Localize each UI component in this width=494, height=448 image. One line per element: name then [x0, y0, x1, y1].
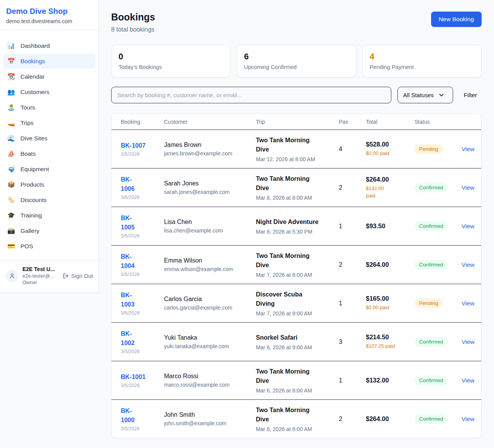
- total-cell: $214.50 $107.25 paid: [366, 333, 414, 350]
- nav-item-label: Dashboard: [20, 42, 50, 49]
- sign-out-label: Sign Out: [71, 273, 93, 279]
- status-badge: Confirmed: [414, 183, 448, 192]
- nav-item-label: Products: [20, 181, 44, 188]
- view-link[interactable]: View: [462, 184, 474, 191]
- trip-cell: Night Dive Adventure Mar 8, 2026 at 5:30…: [256, 217, 339, 235]
- pax-count: 2: [339, 416, 366, 423]
- booking-cell: BK- 1000 3/5/2026: [121, 406, 164, 431]
- sidebar-item[interactable]: 🎓 Training: [3, 208, 95, 223]
- view-link[interactable]: View: [462, 146, 474, 152]
- sidebar-item[interactable]: ⛵ Boats: [3, 146, 95, 161]
- booking-cell: BK- 1002 3/5/2026: [121, 329, 164, 354]
- column-header-customer: Customer: [164, 119, 256, 125]
- sidebar-item[interactable]: 📅 Bookings: [3, 54, 95, 69]
- sidebar-item[interactable]: 📊 Dashboard: [3, 38, 95, 53]
- status-filter-select[interactable]: All Statuses: [398, 87, 453, 103]
- customer-cell: Yuki Tanaka yuki.tanaka@example.com: [164, 334, 256, 349]
- sign-out-button[interactable]: Sign Out: [63, 273, 93, 279]
- booking-id-link[interactable]: BK- 1002: [121, 329, 164, 348]
- paid-amount: $0.00 paid: [366, 304, 414, 312]
- total-cell: $264.00: [366, 415, 414, 423]
- trip-name: Two Tank Morning Dive: [256, 174, 339, 193]
- customer-name: Emma Wilson: [164, 257, 256, 264]
- booking-id-link[interactable]: BK-1001: [121, 372, 164, 382]
- app-shell: Demo Dive Shop demo.test.divestreams.com…: [0, 0, 494, 448]
- view-link[interactable]: View: [462, 300, 474, 307]
- status-badge: Confirmed: [414, 376, 448, 385]
- trip-cell: Two Tank Morning Dive Mar 6, 2026 at 8:0…: [256, 406, 339, 432]
- sidebar-item[interactable]: 🚤 Trips: [3, 115, 95, 130]
- status-cell: Confirmed: [414, 337, 462, 347]
- booking-id-link[interactable]: BK- 1005: [121, 214, 164, 232]
- sidebar-item[interactable]: 📸 Gallery: [3, 223, 95, 238]
- total-amount: $214.50: [366, 333, 414, 341]
- paid-amount: $132.00 paid: [366, 185, 414, 200]
- customer-name: Yuki Tanaka: [164, 334, 256, 341]
- booking-date: 3/5/2026: [121, 272, 164, 277]
- user-section: E2E Test U... e2e-tester@... Owner Sign …: [0, 260, 98, 292]
- pax-count: 2: [339, 261, 366, 268]
- user-info: E2E Test U... e2e-tester@... Owner: [22, 266, 59, 286]
- sidebar-item[interactable]: 🌊 Dive Sites: [3, 131, 95, 146]
- booking-id-link[interactable]: BK-1007: [121, 141, 164, 150]
- view-link[interactable]: View: [462, 416, 474, 422]
- customer-email: lisa.chen@example.com: [164, 227, 256, 234]
- new-booking-button[interactable]: New Booking: [431, 12, 482, 27]
- status-cell: Confirmed: [414, 414, 462, 424]
- table-row: BK- 1004 3/5/2026 Emma Wilson emma.wilso…: [112, 245, 481, 284]
- total-amount: $165.00: [366, 295, 414, 302]
- booking-id-link[interactable]: BK- 1006: [121, 175, 164, 194]
- trip-name: Discover Scuba Diving: [256, 290, 339, 308]
- sidebar-item[interactable]: 🏷️ Discounts: [3, 192, 95, 207]
- paid-amount: $0.00 paid: [366, 150, 414, 157]
- view-link[interactable]: View: [462, 377, 474, 384]
- booking-id-link[interactable]: BK- 1004: [121, 252, 164, 271]
- stat-card: 4 Pending Payment: [362, 45, 482, 77]
- sidebar-item[interactable]: 💳 POS: [3, 239, 95, 254]
- filter-button[interactable]: Filter: [459, 89, 482, 102]
- stat-card: 6 Upcoming Confirmed: [237, 45, 356, 77]
- trip-datetime: Mar 6, 2026 at 8:00 AM: [256, 426, 339, 432]
- sidebar-item[interactable]: 🤿 Equipment: [3, 162, 95, 177]
- trip-datetime: Mar 7, 2026 at 9:00 AM: [256, 310, 339, 317]
- sidebar-item[interactable]: 👥 Customers: [3, 84, 95, 99]
- stats-row: 0 Today's Bookings 6 Upcoming Confirmed …: [111, 45, 482, 77]
- pax-count: 4: [339, 146, 366, 153]
- nav-item-icon: 📸: [7, 227, 15, 234]
- status-cell: Pending: [414, 144, 462, 154]
- nav-item-icon: ⛵: [7, 150, 15, 157]
- customer-email: john.smith@example.com: [164, 420, 256, 426]
- user-icon: [9, 273, 15, 279]
- customer-email: emma.wilson@example.com: [164, 266, 256, 272]
- status-cell: Pending: [414, 298, 462, 308]
- booking-cell: BK- 1005 3/5/2026: [121, 214, 164, 239]
- brand-title: Demo Dive Shop: [6, 7, 92, 16]
- sidebar: Demo Dive Shop demo.test.divestreams.com…: [0, 0, 99, 293]
- nav-item-icon: 📊: [7, 42, 15, 49]
- search-input[interactable]: [111, 87, 391, 103]
- total-cell: $132.00: [366, 377, 414, 384]
- total-cell: $264.00 $132.00 paid: [366, 176, 414, 200]
- view-link[interactable]: View: [462, 261, 474, 268]
- table-body: BK-1007 3/5/2026 James Brown james.brown…: [112, 130, 481, 438]
- booking-cell: BK- 1003 3/5/2026: [121, 291, 164, 316]
- booking-date: 3/5/2026: [121, 310, 164, 316]
- view-link[interactable]: View: [462, 339, 474, 345]
- booking-id-link[interactable]: BK- 1003: [121, 291, 164, 309]
- column-header-trip: Trip: [256, 119, 339, 125]
- view-link[interactable]: View: [462, 223, 474, 229]
- sidebar-item[interactable]: 📆 Calendar: [3, 69, 95, 84]
- trip-cell: Two Tank Morning Dive Mar 12, 2026 at 8:…: [256, 136, 339, 162]
- total-cell: $528.00 $0.00 paid: [366, 141, 414, 157]
- stat-label: Upcoming Confirmed: [244, 64, 349, 70]
- chevron-down-icon: [439, 94, 443, 97]
- sidebar-item[interactable]: 🏝️ Tours: [3, 100, 95, 115]
- booking-id-link[interactable]: BK- 1000: [121, 406, 164, 425]
- status-badge: Confirmed: [414, 337, 448, 347]
- trip-name: Two Tank Morning Dive: [256, 406, 339, 424]
- sidebar-item[interactable]: 📦 Products: [3, 177, 95, 192]
- nav-item-icon: 🏷️: [7, 196, 15, 204]
- controls-row: All Statuses Filter: [111, 87, 482, 103]
- customer-email: sarah.jones@example.com: [164, 189, 256, 195]
- nav-item-label: Customers: [20, 89, 49, 96]
